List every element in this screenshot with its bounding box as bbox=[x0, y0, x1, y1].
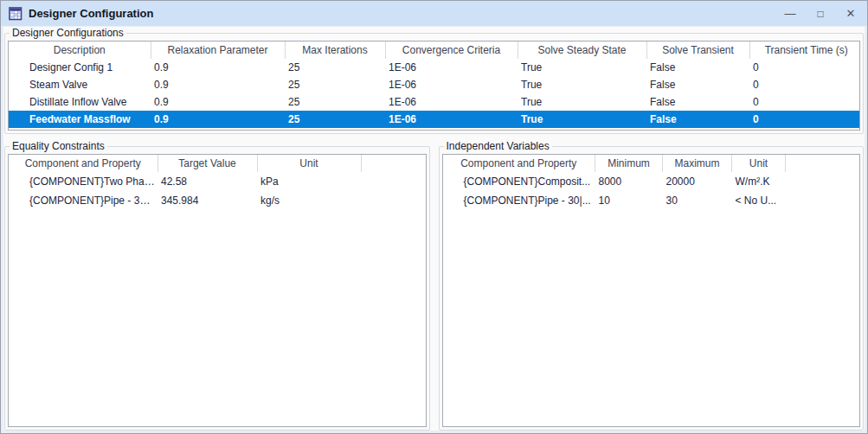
cell: Steam Valve bbox=[9, 76, 151, 93]
cell: 345.984 bbox=[158, 191, 257, 210]
cell: False bbox=[646, 111, 749, 128]
cell: 0.9 bbox=[151, 59, 285, 76]
designer-configurations-label: Designer Configurations bbox=[10, 27, 126, 39]
cell: 20000 bbox=[663, 172, 732, 191]
cell bbox=[361, 191, 426, 210]
cell: 25 bbox=[285, 111, 385, 128]
cell: 0 bbox=[749, 93, 860, 111]
cell bbox=[786, 191, 860, 210]
minimize-button[interactable]: — bbox=[782, 5, 798, 22]
cell: Designer Config 1 bbox=[9, 59, 151, 76]
column-header-blank bbox=[361, 155, 426, 172]
header-row: Component and Property Minimum Maximum U… bbox=[443, 155, 860, 172]
column-header-component-property[interactable]: Component and Property bbox=[9, 155, 158, 172]
cell: 0 bbox=[749, 76, 860, 93]
cell bbox=[361, 172, 426, 191]
cell: W/m².K bbox=[732, 172, 786, 191]
maximize-button[interactable]: □ bbox=[813, 5, 828, 22]
column-header-transient-time[interactable]: Transient Time (s) bbox=[749, 41, 860, 59]
designer-configuration-window: Designer Configuration — □ ✕ Designer Co… bbox=[0, 0, 868, 434]
cell: 1E-06 bbox=[385, 76, 518, 93]
cell: 0.9 bbox=[151, 111, 285, 128]
equality-constraints-label: Equality Constraints bbox=[10, 140, 107, 152]
column-header-blank bbox=[786, 155, 860, 172]
column-header-target-value[interactable]: Target Value bbox=[158, 155, 257, 172]
designer-configurations-group: Designer Configurations Description Rela… bbox=[4, 27, 864, 134]
cell: {COMPONENT}Composit... bbox=[443, 172, 595, 191]
cell: {COMPONENT}Two Phas... bbox=[9, 172, 158, 191]
table-row[interactable]: Designer Config 1 0.9 25 1E-06 True Fals… bbox=[9, 59, 860, 76]
column-header-component-property[interactable]: Component and Property bbox=[443, 155, 595, 172]
independent-variables-group: Independent Variables Component and Prop… bbox=[439, 140, 865, 431]
window-title: Designer Configuration bbox=[29, 7, 153, 20]
independent-variables-label: Independent Variables bbox=[444, 140, 552, 152]
column-header-description[interactable]: Description bbox=[9, 41, 151, 59]
cell: 25 bbox=[285, 93, 385, 111]
cell: 1E-06 bbox=[385, 93, 518, 111]
column-header-max-iterations[interactable]: Max Iterations bbox=[285, 41, 385, 59]
header-row: Component and Property Target Value Unit bbox=[9, 155, 426, 172]
cell: kg/s bbox=[257, 191, 361, 210]
designer-configurations-grid: Description Relaxation Parameter Max Ite… bbox=[8, 41, 860, 131]
table-row[interactable]: Steam Valve 0.9 25 1E-06 True False 0 bbox=[9, 76, 860, 93]
table-row[interactable]: {COMPONENT}Pipe - 30|... 10 30 < No U... bbox=[443, 191, 860, 210]
column-header-solve-steady-state[interactable]: Solve Steady State bbox=[518, 41, 646, 59]
cell: True bbox=[518, 59, 646, 76]
column-header-convergence-criteria[interactable]: Convergence Criteria bbox=[385, 41, 518, 59]
cell: 0 bbox=[749, 59, 860, 76]
cell: 8000 bbox=[595, 172, 663, 191]
cell: True bbox=[518, 93, 646, 111]
equality-constraints-grid: Component and Property Target Value Unit… bbox=[8, 154, 427, 427]
table-row[interactable]: Distillate Inflow Valve 0.9 25 1E-06 Tru… bbox=[9, 93, 860, 111]
table-row-selected[interactable]: Feedwater Massflow 0.9 25 1E-06 True Fal… bbox=[9, 111, 860, 128]
cell: 0.9 bbox=[151, 93, 285, 111]
column-header-maximum[interactable]: Maximum bbox=[663, 155, 732, 172]
cell: False bbox=[646, 93, 749, 111]
column-header-unit[interactable]: Unit bbox=[732, 155, 786, 172]
cell: 1E-06 bbox=[385, 111, 518, 128]
table-row[interactable]: {COMPONENT}Composit... 8000 20000 W/m².K bbox=[443, 172, 860, 191]
window-controls: — □ ✕ bbox=[782, 5, 858, 22]
equality-constraints-group: Equality Constraints Component and Prope… bbox=[4, 140, 430, 431]
cell: 25 bbox=[285, 59, 385, 76]
cell: {COMPONENT}Pipe - 30|... bbox=[443, 191, 595, 210]
cell: 0 bbox=[749, 111, 860, 128]
cell: Distillate Inflow Valve bbox=[9, 93, 151, 111]
cell: 42.58 bbox=[158, 172, 257, 191]
cell: 25 bbox=[285, 76, 385, 93]
cell: {COMPONENT}Pipe - 30|... bbox=[9, 191, 158, 210]
table-row[interactable]: {COMPONENT}Pipe - 30|... 345.984 kg/s bbox=[9, 191, 426, 210]
bottom-panels: Equality Constraints Component and Prope… bbox=[4, 140, 864, 431]
column-header-unit[interactable]: Unit bbox=[257, 155, 361, 172]
cell: 10 bbox=[595, 191, 663, 210]
window-content: Designer Configurations Description Rela… bbox=[3, 27, 865, 431]
cell: False bbox=[646, 59, 749, 76]
title-bar[interactable]: Designer Configuration — □ ✕ bbox=[1, 1, 867, 27]
cell: 30 bbox=[663, 191, 732, 210]
cell: 0.9 bbox=[151, 76, 285, 93]
cell: Feedwater Massflow bbox=[9, 111, 151, 128]
independent-variables-grid: Component and Property Minimum Maximum U… bbox=[442, 154, 861, 427]
cell: 1E-06 bbox=[385, 59, 518, 76]
table-grid-icon bbox=[9, 7, 23, 21]
cell bbox=[786, 172, 860, 191]
column-header-minimum[interactable]: Minimum bbox=[595, 155, 663, 172]
cell: < No U... bbox=[732, 191, 786, 210]
header-row: Description Relaxation Parameter Max Ite… bbox=[9, 41, 860, 59]
table-row[interactable]: {COMPONENT}Two Phas... 42.58 kPa bbox=[9, 172, 426, 191]
cell: False bbox=[646, 76, 749, 93]
column-header-solve-transient[interactable]: Solve Transient bbox=[646, 41, 749, 59]
close-button[interactable]: ✕ bbox=[843, 5, 858, 22]
cell: kPa bbox=[257, 172, 361, 191]
column-header-relaxation-parameter[interactable]: Relaxation Parameter bbox=[151, 41, 285, 59]
cell: True bbox=[518, 111, 646, 128]
cell: True bbox=[518, 76, 646, 93]
